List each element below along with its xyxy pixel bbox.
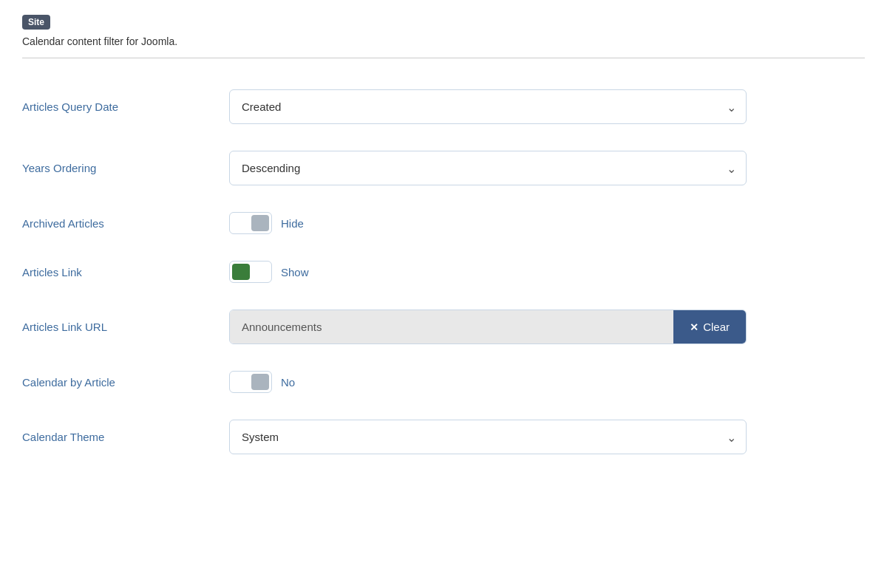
articles-link-url-control: ✕ Clear: [229, 310, 747, 344]
articles-link-url-label: Articles Link URL: [22, 321, 229, 333]
calendar-by-article-toggle[interactable]: [229, 371, 272, 393]
site-badge: Site: [22, 15, 50, 30]
divider: [22, 58, 865, 58]
calendar-by-article-row: Calendar by Article No: [22, 358, 865, 406]
years-ordering-select-wrapper: Descending Ascending ⌄: [229, 151, 747, 185]
articles-link-control: Show: [229, 261, 747, 283]
archived-articles-control: Hide: [229, 212, 747, 234]
archived-articles-toggle-label: Hide: [281, 217, 304, 230]
subtitle: Calendar content filter for Joomla.: [22, 35, 865, 47]
articles-link-toggle-label: Show: [281, 266, 309, 278]
x-icon: ✕: [690, 321, 699, 333]
articles-link-row: Articles Link Show: [22, 247, 865, 296]
articles-link-url-field-wrap: ✕ Clear: [229, 310, 747, 344]
articles-link-url-row: Articles Link URL ✕ Clear: [22, 296, 865, 358]
clear-button-label: Clear: [703, 321, 730, 333]
toggle-green-knob: [232, 264, 250, 280]
years-ordering-select[interactable]: Descending Ascending: [229, 151, 747, 185]
articles-query-date-row: Articles Query Date Created Modified Pub…: [22, 76, 865, 137]
articles-query-date-control: Created Modified Published ⌄: [229, 89, 747, 124]
calendar-by-article-toggle-wrap: No: [229, 371, 747, 393]
archived-articles-row: Archived Articles Hide: [22, 199, 865, 247]
years-ordering-label: Years Ordering: [22, 162, 229, 174]
toggle-knob: [251, 374, 269, 390]
calendar-theme-row: Calendar Theme System Default Dark ⌄: [22, 406, 865, 468]
articles-link-toggle-wrap: Show: [229, 261, 747, 283]
articles-link-toggle[interactable]: [229, 261, 272, 283]
calendar-theme-control: System Default Dark ⌄: [229, 420, 747, 454]
articles-query-date-select-wrapper: Created Modified Published ⌄: [229, 89, 747, 124]
calendar-theme-select-wrapper: System Default Dark ⌄: [229, 420, 747, 454]
years-ordering-control: Descending Ascending ⌄: [229, 151, 747, 185]
toggle-knob: [251, 215, 269, 231]
archived-articles-label: Archived Articles: [22, 217, 229, 230]
articles-query-date-label: Articles Query Date: [22, 100, 229, 113]
calendar-by-article-control: No: [229, 371, 747, 393]
calendar-theme-select[interactable]: System Default Dark: [229, 420, 747, 454]
calendar-by-article-toggle-label: No: [281, 376, 295, 389]
clear-button[interactable]: ✕ Clear: [673, 310, 746, 343]
archived-articles-toggle-wrap: Hide: [229, 212, 747, 234]
calendar-theme-label: Calendar Theme: [22, 431, 229, 443]
calendar-by-article-label: Calendar by Article: [22, 376, 229, 389]
articles-link-label: Articles Link: [22, 266, 229, 278]
articles-link-url-input[interactable]: [230, 310, 673, 343]
articles-query-date-select[interactable]: Created Modified Published: [229, 89, 747, 124]
years-ordering-row: Years Ordering Descending Ascending ⌄: [22, 137, 865, 199]
archived-articles-toggle[interactable]: [229, 212, 272, 234]
